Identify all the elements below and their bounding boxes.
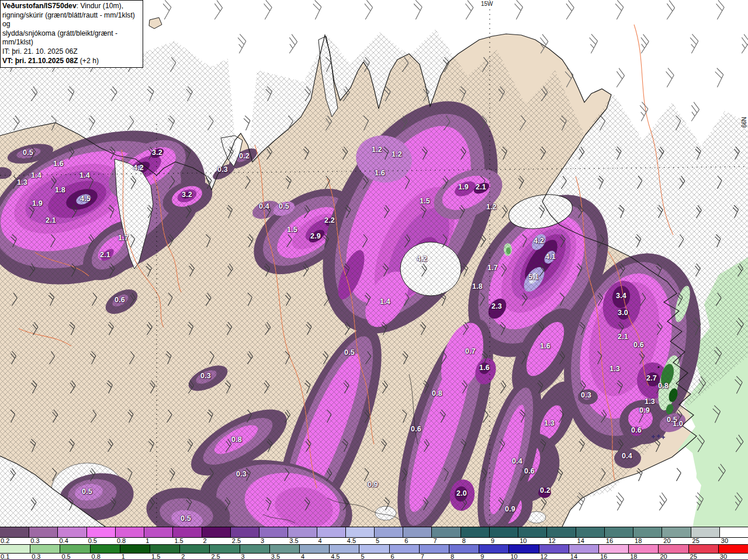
precip-value-label: 0.6 [524, 467, 535, 475]
colorbar-segment [30, 545, 60, 553]
precip-value-label: 0.9 [368, 481, 378, 489]
colorbar-segment [299, 545, 329, 553]
precip-value-label: 1.3 [645, 397, 655, 406]
precip-value-label: 0.5 [181, 514, 191, 523]
colorbar-segment [259, 527, 288, 537]
colorbar-tick-label: 2.5 [232, 538, 241, 544]
colorbar-tick-label: 0.8 [117, 538, 126, 544]
colorbar-segment [86, 527, 115, 537]
precip-value-label: 0.8 [231, 435, 242, 444]
colorbar-tick-label: 2.5 [211, 554, 220, 560]
precip-value-label: 0.8 [432, 389, 442, 397]
colorbar-segment [374, 527, 403, 537]
precip-value-label: 0.5 [279, 202, 289, 210]
rain-colorbar-labels: 0.10.30.50.811.522.533.544.5567891012141… [0, 553, 748, 559]
precip-value-label: 0.3 [581, 391, 591, 399]
colorbar-segment [539, 545, 569, 553]
precip-value-label: 2.1 [476, 183, 486, 191]
colorbar-tick-label: 2 [203, 538, 207, 544]
precip-value-label: 0.4 [622, 452, 632, 460]
colorbar-segment [120, 545, 150, 553]
colorbar-tick-label: 0.3 [32, 554, 40, 560]
precip-value-label: 2.3 [491, 302, 502, 310]
precip-value-label: 5.1 [528, 273, 539, 281]
legend-line-1: Veðurstofan/IS750dev: Vindur (10m), [2, 2, 140, 11]
precip-value-label: 1.5 [420, 197, 430, 205]
precip-value-label: 2.0 [456, 489, 467, 497]
colorbar-tick-label: 16 [606, 538, 613, 544]
precip-value-label: 1.6 [479, 364, 490, 372]
colorbar-segment [718, 545, 748, 553]
precip-value-label: 1.8 [472, 282, 483, 291]
colorbar-tick-label: 5 [376, 538, 379, 544]
colorbar-segment [90, 545, 120, 553]
precip-value-label: 2.7 [646, 374, 657, 382]
colorbar-segment [230, 527, 259, 537]
colorbar-tick-label: 18 [635, 538, 642, 544]
legend-line-3: slydda/snjókoma (grátt/bleikt/grænt - mm… [2, 29, 140, 47]
precip-value-label: 1.6 [540, 342, 550, 350]
colorbar-tick-label: 4.5 [331, 554, 340, 560]
precip-value-label: 1.6 [375, 169, 385, 177]
colorbar-tick-label: 0.2 [1, 538, 9, 544]
precip-value-label: 0.2 [239, 152, 250, 160]
colorbar-segment [691, 527, 719, 537]
colorbar-segment [489, 527, 518, 537]
colorbar-tick-label: 25 [692, 538, 699, 544]
precip-value-label: 2.1 [618, 333, 628, 341]
legend-box: Veðurstofan/IS750dev: Vindur (10m), rign… [0, 0, 143, 68]
precip-value-label: 1.4 [380, 298, 390, 306]
colorbar-tick-label: 2 [181, 554, 185, 560]
colorbar-tick-label: 12 [541, 554, 548, 560]
colorbar-tick-label: 16 [600, 554, 607, 560]
colorbar-segment [144, 527, 172, 537]
colorbar-tick-label: 20 [663, 538, 670, 544]
precip-value-label: 0.9 [505, 505, 515, 513]
rain-colorbar [0, 544, 748, 553]
colorbar-segment [628, 545, 658, 553]
colorbar-tick-label: 9 [491, 538, 494, 544]
precip-value-label: 0.8 [658, 382, 669, 390]
precip-value-label: 1.2 [392, 150, 402, 158]
colorbar-tick-label: 3.5 [271, 554, 280, 560]
colorbar-segment [60, 545, 89, 553]
precip-value-label: 3.2 [182, 191, 192, 199]
precip-value-label: 1.3 [544, 419, 555, 427]
precip-value-label: 0.6 [115, 296, 125, 304]
colorbar-tick-label: 14 [577, 538, 584, 544]
precip-value-label: 1.8 [55, 186, 65, 194]
colorbar-segment [0, 545, 30, 553]
colorbar-segment [460, 527, 489, 537]
colorbar-tick-label: 8 [462, 538, 466, 544]
colorbar-segment [0, 527, 29, 537]
colorbar-tick-label: 4.5 [347, 538, 356, 544]
colorbar-segment [150, 545, 179, 553]
colorbar-tick-label: 4 [301, 554, 304, 560]
meridian-label: 15W [480, 1, 494, 7]
colorbar-segment [604, 527, 633, 537]
colorbar-tick-label: 0.1 [1, 554, 9, 560]
colorbar-tick-label: 20 [660, 554, 667, 560]
precip-value-label: 0.7 [465, 347, 476, 355]
colorbar-tick-label: 0.5 [88, 538, 97, 544]
colorbar-segment [269, 545, 299, 553]
colorbar-segment [719, 527, 748, 537]
colorbar-segment [431, 527, 460, 537]
colorbar-tick-label: 12 [548, 538, 555, 544]
precip-value-label: 2.9 [310, 232, 321, 240]
precip-value-label: 0.4 [259, 202, 269, 210]
precip-value-label: 0.2 [540, 486, 550, 495]
colorbar-segment [479, 545, 508, 553]
map-canvas [0, 0, 748, 527]
precip-value-label: 0.6 [631, 426, 642, 434]
colorbar-tick-label: 0.4 [59, 538, 68, 544]
colorbar-segment [172, 527, 201, 537]
colorbar-tick-label: 3 [241, 554, 245, 560]
map-area: 0.51.61.41.31.41.81.94.52.14.23.23.21.72… [0, 0, 748, 527]
precip-value-label: 0.4 [512, 457, 522, 465]
colorbar-tick-label: 1 [146, 538, 149, 544]
colorbar-segment [569, 545, 598, 553]
colorbar-tick-label: 14 [570, 554, 577, 560]
colorbar-segment [662, 527, 690, 537]
colorbar-tick-label: 7 [421, 554, 424, 560]
